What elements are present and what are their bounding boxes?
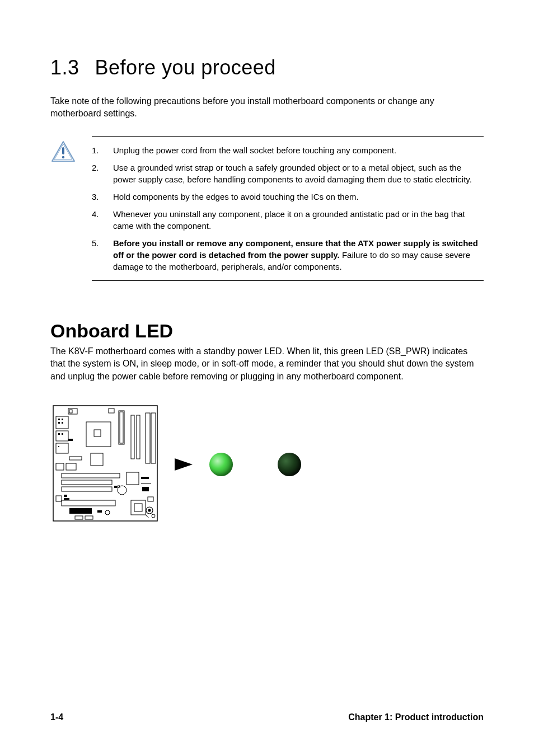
svg-rect-39 <box>56 496 62 501</box>
svg-rect-10 <box>62 422 63 424</box>
svg-rect-41 <box>64 498 69 500</box>
svg-point-44 <box>105 510 110 515</box>
caution-item: Use a grounded wrist strap or touch a sa… <box>92 162 484 185</box>
svg-rect-7 <box>58 419 60 420</box>
svg-rect-45 <box>75 516 83 519</box>
svg-rect-42 <box>69 508 92 514</box>
svg-rect-34 <box>141 477 149 479</box>
caution-content: Unplug the power cord from the wall sock… <box>92 136 484 281</box>
svg-rect-31 <box>62 487 112 491</box>
svg-rect-19 <box>66 463 76 470</box>
caution-list: Unplug the power cord from the wall sock… <box>92 144 484 273</box>
svg-rect-36 <box>142 487 149 491</box>
intro-paragraph: Take note of the following precautions b… <box>50 95 484 120</box>
svg-rect-8 <box>62 419 63 420</box>
page-footer: 1-4 Chapter 1: Product introduction <box>50 712 484 722</box>
motherboard-diagram-area <box>53 405 484 524</box>
onboard-led-heading: Onboard LED <box>50 320 484 342</box>
svg-rect-27 <box>151 413 156 463</box>
section-number: 1.3 <box>50 56 79 79</box>
onboard-led-text: The K8V-F motherboard comes with a stand… <box>50 345 484 383</box>
caution-item: Unplug the power cord from the wall sock… <box>92 144 484 156</box>
svg-rect-9 <box>58 422 60 424</box>
svg-rect-33 <box>127 472 139 485</box>
section-title: Before you proceed <box>95 56 276 79</box>
svg-rect-15 <box>56 443 68 453</box>
svg-rect-40 <box>64 495 67 497</box>
motherboard-schematic <box>53 405 158 524</box>
svg-point-51 <box>148 509 151 511</box>
section-heading: 1.3Before you proceed <box>50 56 484 79</box>
svg-rect-12 <box>58 433 60 435</box>
svg-rect-43 <box>97 510 102 513</box>
svg-rect-11 <box>56 431 68 441</box>
caution-icon <box>50 136 78 281</box>
svg-rect-49 <box>148 497 153 501</box>
svg-point-1 <box>62 156 64 158</box>
svg-rect-38 <box>114 486 118 488</box>
arrow-icon <box>175 458 193 471</box>
caution-block: Unplug the power cord from the wall sock… <box>50 136 484 281</box>
svg-rect-5 <box>109 408 114 413</box>
svg-rect-14 <box>68 439 73 441</box>
led-green-icon <box>209 453 233 476</box>
svg-rect-21 <box>94 430 101 436</box>
caution-item: Before you install or remove any compone… <box>92 237 484 273</box>
svg-rect-18 <box>56 463 64 470</box>
svg-rect-23 <box>120 412 123 443</box>
caution-item: Hold components by the edges to avoid to… <box>92 191 484 203</box>
svg-rect-30 <box>62 480 112 485</box>
led-dark-icon <box>278 453 301 476</box>
svg-rect-17 <box>69 457 82 460</box>
page-number: 1-4 <box>50 712 63 722</box>
svg-rect-13 <box>62 433 63 435</box>
svg-rect-25 <box>137 415 140 459</box>
svg-rect-16 <box>58 446 59 447</box>
svg-point-37 <box>118 486 127 495</box>
svg-rect-29 <box>62 473 120 478</box>
svg-rect-48 <box>134 504 142 511</box>
svg-rect-24 <box>131 415 134 459</box>
svg-rect-0 <box>62 147 64 154</box>
svg-rect-47 <box>131 500 146 515</box>
chapter-label: Chapter 1: Product introduction <box>348 712 484 722</box>
svg-rect-4 <box>69 410 72 413</box>
svg-rect-32 <box>62 500 115 506</box>
caution-item: Whenever you uninstall any component, pl… <box>92 208 484 232</box>
svg-point-52 <box>152 514 155 518</box>
svg-rect-28 <box>91 453 103 466</box>
svg-rect-46 <box>85 516 93 519</box>
svg-rect-20 <box>86 422 111 447</box>
svg-rect-26 <box>146 413 150 463</box>
